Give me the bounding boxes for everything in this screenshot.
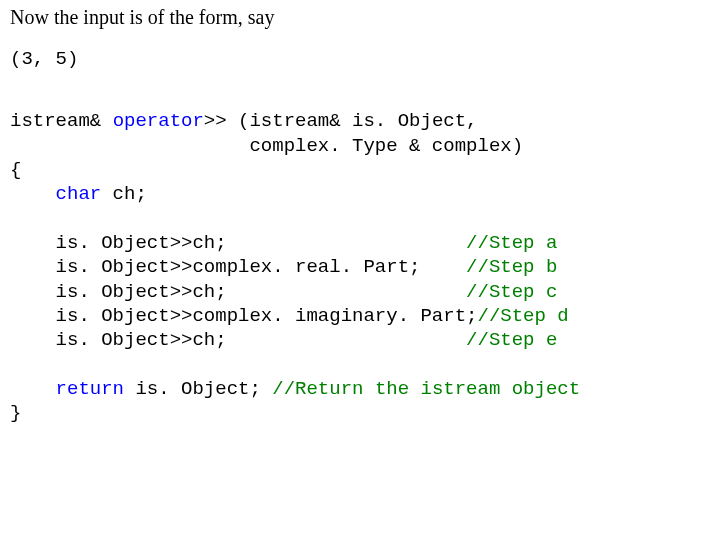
step-d-code: is. Object>>complex. imaginary. Part; xyxy=(10,305,477,327)
step-b-comment: //Step b xyxy=(466,256,557,278)
keyword-char: char xyxy=(56,183,102,205)
code-line-3: { xyxy=(10,159,21,181)
step-e-comment: //Step e xyxy=(466,329,557,351)
code-line-end: } xyxy=(10,402,21,424)
step-d-comment: //Step d xyxy=(477,305,568,327)
step-b-code: is. Object>>complex. real. Part; xyxy=(10,256,466,278)
step-e-code: is. Object>>ch; xyxy=(10,329,466,351)
return-rest: is. Object; xyxy=(124,378,272,400)
code-line-2: complex. Type & complex) xyxy=(10,135,523,157)
keyword-return: return xyxy=(56,378,124,400)
code-block: istream& operator>> (istream& is. Object… xyxy=(10,109,710,425)
spacer xyxy=(10,71,710,109)
code-line-1c: >> (istream& is. Object, xyxy=(204,110,478,132)
code-line-4a xyxy=(10,183,56,205)
return-indent xyxy=(10,378,56,400)
return-comment: //Return the istream object xyxy=(272,378,580,400)
code-line-1a: istream& xyxy=(10,110,113,132)
code-line-4c: ch; xyxy=(101,183,147,205)
step-c-code: is. Object>>ch; xyxy=(10,281,466,303)
step-a-code: is. Object>>ch; xyxy=(10,232,466,254)
example-input: (3, 5) xyxy=(10,47,710,71)
slide-page: Now the input is of the form, say (3, 5)… xyxy=(0,0,720,425)
intro-text: Now the input is of the form, say xyxy=(10,6,710,29)
keyword-operator: operator xyxy=(113,110,204,132)
step-a-comment: //Step a xyxy=(466,232,557,254)
step-c-comment: //Step c xyxy=(466,281,557,303)
